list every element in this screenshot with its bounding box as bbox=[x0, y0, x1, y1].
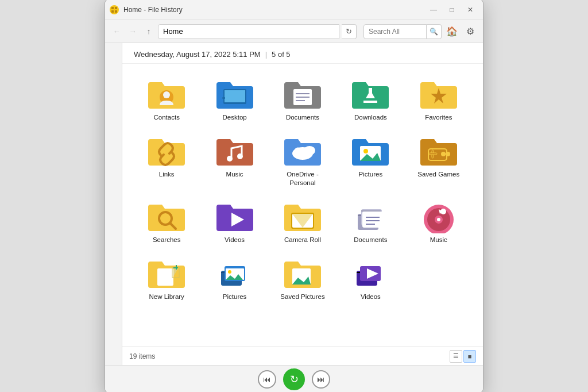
folder-links-label: Links bbox=[159, 170, 175, 179]
folder-documents[interactable]: Documents bbox=[270, 73, 335, 125]
folder-desktop-label: Desktop bbox=[223, 113, 247, 122]
up-button[interactable]: ↑ bbox=[142, 25, 156, 39]
svg-rect-1 bbox=[115, 7, 117, 9]
svg-point-21 bbox=[304, 146, 315, 155]
folder-savedpictures[interactable]: Saved Pictures bbox=[270, 252, 335, 305]
folder-searches-label: Searches bbox=[153, 236, 181, 244]
folder-cameraroll-icon bbox=[282, 199, 323, 233]
folder-music[interactable]: Music bbox=[202, 130, 267, 191]
list-view-button[interactable]: ☰ bbox=[450, 350, 462, 363]
folder-onedrive-label: OneDrive - Personal bbox=[278, 170, 327, 187]
folder-pictures-label: Pictures bbox=[359, 170, 383, 179]
folder-onedrive-icon bbox=[282, 133, 323, 168]
date-text: Wednesday, August 17, 2022 5:11 PM bbox=[134, 50, 261, 59]
folder-cameraroll-label: Camera Roll bbox=[284, 236, 321, 244]
folder-music-lib-label: Music bbox=[430, 236, 447, 244]
folder-downloads[interactable]: Downloads bbox=[338, 73, 403, 125]
folder-contacts[interactable]: Contacts bbox=[134, 73, 199, 125]
title-bar: Home - File History — □ ✕ bbox=[105, 0, 483, 20]
date-separator: | bbox=[265, 50, 267, 59]
version-text: 5 of 5 bbox=[272, 50, 291, 59]
folder-cameraroll[interactable]: Camera Roll bbox=[270, 195, 335, 248]
folder-documents-lib-label: Documents bbox=[354, 236, 387, 244]
bottom-controls: ⏮ ↻ ⏭ bbox=[105, 365, 483, 392]
search-input[interactable] bbox=[363, 24, 427, 39]
svg-rect-38 bbox=[361, 210, 381, 212]
folder-links-icon bbox=[146, 133, 187, 168]
date-bar: Wednesday, August 17, 2022 5:11 PM | 5 o… bbox=[122, 43, 483, 64]
folder-videos-lib[interactable]: Videos bbox=[338, 252, 403, 305]
folder-music-lib-icon bbox=[418, 199, 459, 233]
window-title: Home - File History bbox=[123, 6, 425, 14]
svg-rect-9 bbox=[222, 97, 225, 99]
folder-videos-lib-icon bbox=[350, 256, 391, 290]
folder-onedrive[interactable]: OneDrive - Personal bbox=[270, 130, 335, 191]
folder-music-icon bbox=[214, 133, 256, 168]
grid-view-button[interactable]: ■ bbox=[463, 350, 476, 363]
folder-pictures-lib-icon bbox=[214, 256, 256, 290]
view-buttons: ☰ ■ bbox=[450, 350, 476, 363]
folder-pictures-lib[interactable]: Pictures bbox=[202, 252, 267, 305]
folder-pictures-icon bbox=[350, 133, 391, 168]
svg-rect-49 bbox=[157, 268, 173, 286]
folder-newlibrary[interactable]: New Library bbox=[134, 252, 199, 305]
close-button[interactable]: ✕ bbox=[462, 4, 478, 16]
svg-rect-2 bbox=[111, 10, 114, 13]
folder-favorites-label: Favorites bbox=[425, 113, 452, 122]
play-button[interactable]: ↻ bbox=[283, 368, 305, 390]
first-button[interactable]: ⏮ bbox=[258, 370, 276, 389]
folder-desktop[interactable]: Desktop bbox=[202, 73, 267, 125]
status-bar: 19 items ☰ ■ bbox=[122, 347, 483, 365]
folder-videos[interactable]: Videos bbox=[202, 195, 267, 248]
minimize-button[interactable]: — bbox=[425, 4, 442, 16]
main-window: Home - File History — □ ✕ ← → ↑ ↻ 🔍 🏠 ⚙ … bbox=[105, 0, 483, 392]
folder-newlibrary-icon bbox=[146, 256, 187, 290]
back-button[interactable]: ← bbox=[110, 25, 123, 39]
svg-rect-3 bbox=[115, 10, 117, 13]
search-bar: 🔍 bbox=[363, 24, 442, 39]
folder-documents-label: Documents bbox=[286, 113, 319, 122]
folder-pictures[interactable]: Pictures bbox=[338, 130, 403, 191]
folder-savedgames[interactable]: Saved Games bbox=[406, 130, 471, 191]
folder-documents-lib-icon bbox=[350, 199, 391, 233]
folder-savedgames-icon bbox=[418, 133, 459, 168]
nav-bar: ← → ↑ ↻ 🔍 🏠 ⚙ bbox=[105, 20, 483, 43]
svg-rect-16 bbox=[363, 101, 377, 103]
svg-point-23 bbox=[363, 149, 368, 153]
folder-searches[interactable]: Searches bbox=[134, 195, 199, 248]
forward-button[interactable]: → bbox=[126, 25, 140, 39]
folder-music-label: Music bbox=[226, 170, 243, 179]
svg-point-18 bbox=[227, 156, 233, 162]
folder-savedpictures-icon bbox=[282, 256, 323, 290]
sidebar bbox=[105, 43, 122, 365]
maximize-button[interactable]: □ bbox=[444, 4, 460, 16]
svg-rect-28 bbox=[429, 153, 437, 155]
search-button[interactable]: 🔍 bbox=[427, 24, 442, 39]
folder-savedpictures-label: Saved Pictures bbox=[280, 293, 324, 301]
svg-point-57 bbox=[228, 270, 231, 274]
folder-videos-icon bbox=[214, 199, 256, 233]
svg-rect-52 bbox=[173, 267, 178, 268]
icons-grid: Contacts Desktop bbox=[122, 64, 483, 347]
item-count: 19 items bbox=[129, 352, 155, 360]
window-controls: — □ ✕ bbox=[425, 4, 478, 16]
folder-searches-icon bbox=[146, 199, 187, 233]
folder-music-lib[interactable]: Music bbox=[406, 195, 471, 248]
main-content: Wednesday, August 17, 2022 5:11 PM | 5 o… bbox=[105, 43, 483, 365]
folder-favorites[interactable]: Favorites bbox=[406, 73, 471, 125]
refresh-button[interactable]: ↻ bbox=[342, 24, 357, 39]
settings-button[interactable]: ⚙ bbox=[462, 24, 478, 40]
folder-documents-lib[interactable]: Documents bbox=[338, 195, 403, 248]
folder-savedgames-label: Saved Games bbox=[417, 170, 459, 179]
last-button[interactable]: ⏭ bbox=[312, 370, 330, 389]
folder-links[interactable]: Links bbox=[134, 130, 199, 191]
home-button[interactable]: 🏠 bbox=[444, 24, 460, 40]
svg-rect-15 bbox=[369, 88, 372, 97]
address-bar[interactable] bbox=[158, 24, 339, 39]
window-icon bbox=[110, 5, 119, 14]
svg-point-19 bbox=[237, 153, 243, 159]
svg-point-5 bbox=[163, 91, 170, 98]
svg-rect-39 bbox=[362, 212, 383, 228]
svg-point-25 bbox=[441, 152, 446, 156]
svg-rect-7 bbox=[225, 90, 245, 102]
